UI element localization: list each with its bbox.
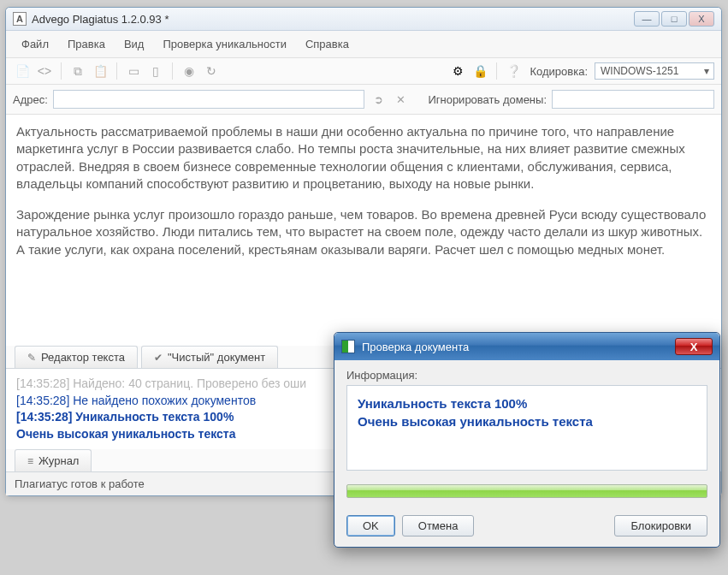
paragraph: Актуальность рассматриваемой проблемы в … xyxy=(16,123,711,193)
menu-bar: Файл Правка Вид Проверка уникальности Сп… xyxy=(6,31,721,58)
info-box: Уникальность текста 100% Очень высокая у… xyxy=(346,385,707,471)
tab-label: Редактор текста xyxy=(41,351,125,364)
address-label: Адрес: xyxy=(13,93,48,106)
ignore-domains-label: Игнорировать домены: xyxy=(428,93,547,106)
spacer xyxy=(481,515,607,536)
menu-help[interactable]: Справка xyxy=(297,34,358,54)
dialog-title: Проверка документа xyxy=(362,341,675,353)
separator xyxy=(61,62,62,80)
tab-label: "Чистый" документ xyxy=(168,351,265,364)
copy-icon[interactable]: ⧉ xyxy=(68,62,87,80)
go-icon[interactable]: ➲ xyxy=(370,91,387,108)
menu-view[interactable]: Вид xyxy=(115,34,153,54)
paragraph: Зарождение рынка услуг произошло гораздо… xyxy=(16,206,711,258)
info-label: Информация: xyxy=(346,369,707,382)
stop-icon[interactable]: ✕ xyxy=(392,91,409,108)
separator xyxy=(116,62,117,80)
ok-button[interactable]: OK xyxy=(346,515,395,536)
toolbar-address: Адрес: ➲ ✕ Игнорировать домены: xyxy=(6,85,721,115)
dialog-icon xyxy=(341,340,355,353)
globe-icon[interactable]: ◉ xyxy=(180,62,198,80)
menu-edit[interactable]: Правка xyxy=(59,34,114,54)
blocklist-button[interactable]: Блокировки xyxy=(614,515,707,536)
window-controls: — □ X xyxy=(634,11,714,27)
tab-text-editor[interactable]: ✎ Редактор текста xyxy=(15,346,138,368)
docs-icon[interactable]: ▯ xyxy=(146,62,165,80)
dialog-body: Информация: Уникальность текста 100% Оче… xyxy=(334,360,719,508)
lock-icon[interactable]: 🔒 xyxy=(471,62,489,80)
app-icon: A xyxy=(13,12,27,26)
pencil-icon: ✎ xyxy=(27,352,36,364)
gear-icon[interactable]: ⚙ xyxy=(448,62,467,80)
tab-label: Журнал xyxy=(38,454,79,467)
address-input[interactable] xyxy=(53,90,365,109)
progress-bar xyxy=(346,484,707,498)
minimize-button[interactable]: — xyxy=(634,11,660,27)
check-document-dialog: Проверка документа X Информация: Уникаль… xyxy=(334,332,720,548)
dialog-title-bar[interactable]: Проверка документа X xyxy=(334,333,719,360)
toolbar-main: 📄 <> ⧉ 📋 ▭ ▯ ◉ ↻ ⚙ 🔒 ❔ Кодировка: WINDOW… xyxy=(6,58,721,85)
maximize-button[interactable]: □ xyxy=(661,11,687,27)
separator xyxy=(496,62,497,80)
paste-icon[interactable]: 📋 xyxy=(91,62,109,80)
ignore-domains-input[interactable] xyxy=(552,90,714,109)
tab-journal[interactable]: ≡ Журнал xyxy=(15,449,92,471)
menu-file[interactable]: Файл xyxy=(13,34,57,54)
new-doc-icon[interactable]: 📄 xyxy=(13,62,32,80)
menu-check-uniqueness[interactable]: Проверка уникальности xyxy=(154,34,294,54)
window-title: Advego Plagiatus 1.2.0.93 * xyxy=(32,13,634,26)
doc-icon[interactable]: ▭ xyxy=(124,62,143,80)
encoding-select[interactable]: WINDOWS-1251 xyxy=(595,62,714,80)
encoding-label: Кодировка: xyxy=(530,65,588,78)
close-button[interactable]: X xyxy=(689,11,714,27)
refresh-icon[interactable]: ↻ xyxy=(202,62,221,80)
dialog-close-button[interactable]: X xyxy=(675,338,713,355)
document-text-area[interactable]: Актуальность рассматриваемой проблемы в … xyxy=(6,115,721,346)
check-icon: ✔ xyxy=(154,352,163,364)
help-icon[interactable]: ❔ xyxy=(504,62,523,80)
separator xyxy=(172,62,173,80)
cancel-button[interactable]: Отмена xyxy=(402,515,475,536)
info-line: Уникальность текста 100% xyxy=(358,394,696,412)
title-bar[interactable]: A Advego Plagiatus 1.2.0.93 * — □ X xyxy=(6,8,721,31)
html-icon[interactable]: <> xyxy=(35,62,54,80)
dialog-buttons: OK Отмена Блокировки xyxy=(334,508,719,547)
info-line: Очень высокая уникальность текста xyxy=(358,412,696,430)
tab-clean-document[interactable]: ✔ "Чистый" документ xyxy=(141,346,278,368)
list-icon: ≡ xyxy=(27,455,33,467)
